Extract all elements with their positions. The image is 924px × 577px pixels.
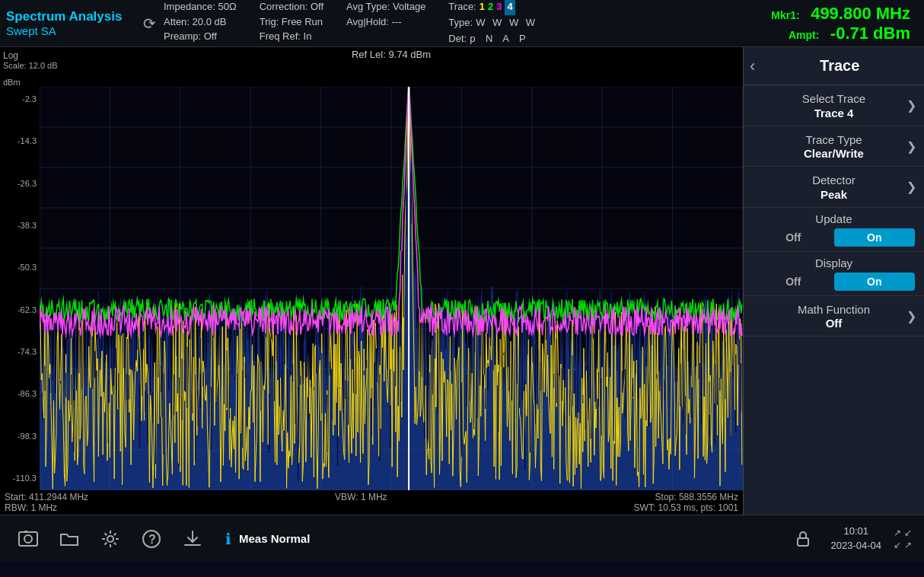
svg-rect-0 bbox=[19, 532, 37, 546]
app-title-line1: Spectrum Analysis bbox=[6, 9, 135, 24]
mkr-freq: 499.800 MHz bbox=[811, 4, 910, 23]
det-row: Det: p N A P bbox=[448, 31, 537, 47]
display-toggle-wrap: Off On bbox=[753, 273, 915, 291]
detector-item[interactable]: Detector Peak ❯ bbox=[744, 167, 924, 208]
avg-hold-label: Avg|Hold: --- bbox=[346, 14, 425, 30]
update-on-button[interactable]: On bbox=[834, 228, 916, 247]
type-vals: W W W W bbox=[476, 15, 537, 31]
det-vals: p N A P bbox=[470, 31, 529, 47]
y-8: -98.3 bbox=[0, 432, 37, 441]
svg-point-3 bbox=[107, 536, 113, 542]
detector-label: Detector bbox=[753, 173, 915, 188]
bottom-right: 10:01 2023-04-04 ↗ ↙ ↙ ↗ bbox=[787, 523, 913, 555]
swt: SWT: 10.53 ms, pts: 1001 bbox=[634, 502, 738, 513]
help-button[interactable]: ? bbox=[135, 523, 167, 555]
start-freq: Start: 411.2944 MHz bbox=[5, 492, 88, 502]
clock-time: 10:01 bbox=[831, 524, 882, 538]
trace-num-4: 4 bbox=[505, 0, 515, 15]
corner-row-2: ↙ ↗ bbox=[894, 540, 912, 550]
corner-icon-1: ↗ bbox=[894, 528, 901, 538]
impedance-label: Impedance: 50Ω bbox=[164, 0, 237, 14]
header-col-3: Avg Type: Voltage Avg|Hold: --- bbox=[346, 0, 425, 47]
trace-type-value: Clear/Write bbox=[753, 147, 915, 160]
update-label: Update bbox=[753, 212, 915, 225]
download-button[interactable] bbox=[177, 523, 209, 555]
update-off-button[interactable]: Off bbox=[753, 228, 834, 247]
info-icon: ℹ bbox=[225, 530, 231, 548]
update-toggle-section: Update Off On bbox=[744, 208, 924, 252]
chart-section: Log Scale: 12.0 dB Ref Lel: 9.74 dBm dBm… bbox=[0, 47, 743, 515]
y-6: -74.3 bbox=[0, 347, 37, 356]
app-title: Spectrum Analysis Swept SA bbox=[6, 9, 135, 37]
select-trace-value: Trace 4 bbox=[753, 107, 915, 120]
trace-type-chevron: ❯ bbox=[906, 139, 916, 153]
trace-num-3: 3 bbox=[496, 0, 502, 15]
mkr-ampt: -0.71 dBm bbox=[830, 24, 910, 43]
corner-icon-4: ↗ bbox=[904, 540, 912, 550]
atten-label: Atten: 20.0 dB bbox=[164, 14, 237, 30]
math-function-chevron: ❯ bbox=[906, 308, 916, 323]
header-info: Impedance: 50Ω Atten: 20.0 dB Preamp: Of… bbox=[164, 0, 771, 47]
math-function-item[interactable]: Math Function Off ❯ bbox=[744, 296, 924, 337]
marker-area: Mkr1: 499.800 MHz Ampt: -0.71 dBm bbox=[771, 4, 918, 43]
svg-rect-6 bbox=[798, 538, 808, 546]
select-trace-item[interactable]: Select Trace Trace 4 ❯ bbox=[744, 85, 924, 126]
y-0: -2.3 bbox=[0, 94, 37, 104]
stop-freq: Stop: 588.3556 MHz bbox=[634, 492, 738, 502]
y-2: -26.3 bbox=[0, 179, 37, 188]
log-label: Log bbox=[3, 50, 43, 61]
refresh-icon[interactable]: ⟳ bbox=[143, 14, 156, 33]
spectrum-chart: 1 bbox=[40, 87, 743, 490]
svg-text:?: ? bbox=[148, 533, 156, 546]
avg-type-label: Avg Type: Voltage bbox=[346, 0, 425, 14]
svg-point-1 bbox=[24, 535, 32, 543]
display-off-button[interactable]: Off bbox=[753, 273, 834, 291]
panel-title: Trace bbox=[761, 57, 918, 75]
bottom-bar: ? ℹ Meas Normal 10:01 2023-04-04 ↗ ↙ bbox=[0, 515, 924, 562]
right-panel: ‹ Trace Select Trace Trace 4 ❯ Trace Typ… bbox=[743, 47, 924, 515]
header-col-2: Correction: Off Trig: Free Run Freq Ref:… bbox=[260, 0, 323, 47]
dbm-label: dBm bbox=[3, 78, 43, 87]
math-function-value: Off bbox=[753, 317, 915, 330]
y-9: -110.3 bbox=[0, 473, 37, 483]
trace-type-label: Trace Type bbox=[753, 132, 915, 148]
preamp-label: Preamp: Off bbox=[164, 29, 237, 44]
chart-bottom: Start: 411.2944 MHz RBW: 1 MHz VBW: 1 MH… bbox=[0, 490, 743, 515]
corner-icon-3: ↙ bbox=[894, 540, 901, 550]
settings-button[interactable] bbox=[94, 523, 126, 555]
detector-chevron: ❯ bbox=[906, 180, 916, 194]
corner-row-1: ↗ ↙ bbox=[894, 528, 912, 538]
mkr-label: Mkr1: bbox=[771, 9, 799, 21]
app-title-line2: Swept SA bbox=[6, 24, 135, 37]
display-on-button[interactable]: On bbox=[834, 273, 916, 291]
select-trace-label: Select Trace bbox=[753, 91, 915, 107]
update-toggle-wrap: Off On bbox=[753, 228, 915, 247]
detector-value: Peak bbox=[753, 188, 915, 201]
chart-outer: -2.3 -14.3 -26.3 -38.3 -50.3 -62.3 -74.3… bbox=[0, 87, 743, 490]
panel-header: ‹ Trace bbox=[744, 47, 924, 85]
y-5: -62.3 bbox=[0, 305, 37, 314]
display-label: Display bbox=[753, 257, 915, 269]
lock-icon[interactable] bbox=[787, 523, 819, 555]
panel-back-button[interactable]: ‹ bbox=[750, 56, 755, 76]
type-row: Type: W W W W bbox=[448, 15, 537, 31]
mkr-ampt-label: Ampt: bbox=[789, 29, 819, 41]
trace-type-item[interactable]: Trace Type Clear/Write ❯ bbox=[744, 126, 924, 167]
scale-label: Scale: 12.0 dB bbox=[3, 61, 43, 70]
y-1: -14.3 bbox=[0, 136, 37, 145]
header-col-1: Impedance: 50Ω Atten: 20.0 dB Preamp: Of… bbox=[164, 0, 237, 47]
clock-date: 2023-04-04 bbox=[831, 539, 882, 553]
folder-button[interactable] bbox=[53, 523, 85, 555]
det-label: Det: bbox=[448, 31, 467, 47]
select-trace-chevron: ❯ bbox=[906, 98, 916, 113]
corner-icons: ↗ ↙ ↙ ↗ bbox=[894, 528, 912, 550]
math-function-label: Math Function bbox=[753, 302, 915, 317]
header: Spectrum Analysis Swept SA ⟳ Impedance: … bbox=[0, 0, 924, 47]
screenshot-button[interactable] bbox=[12, 523, 44, 555]
time-display: 10:01 2023-04-04 bbox=[831, 524, 882, 552]
trace-info: Trace: 1 2 3 4 Type: W W W W Det: p N A … bbox=[448, 0, 537, 47]
ref-lel: Ref Lel: 9.74 dBm bbox=[352, 49, 431, 60]
trace-num-1: 1 bbox=[480, 0, 485, 15]
main-area: Log Scale: 12.0 dB Ref Lel: 9.74 dBm dBm… bbox=[0, 47, 924, 515]
correction-label: Correction: Off bbox=[260, 0, 323, 14]
